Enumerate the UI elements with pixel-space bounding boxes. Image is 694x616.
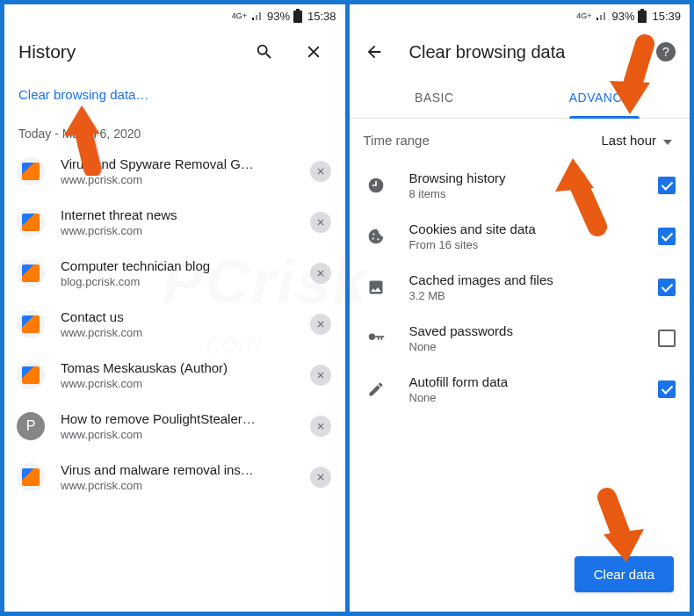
status-bar: 4G+ 93% 15:39 bbox=[350, 4, 690, 27]
clear-option-subtitle: From 16 sites bbox=[409, 238, 638, 251]
remove-history-item-icon[interactable] bbox=[310, 263, 331, 284]
page-title: History bbox=[18, 41, 233, 62]
history-item-title: Tomas Meskauskas (Author) bbox=[61, 360, 294, 375]
history-item[interactable]: Contact uswww.pcrisk.com bbox=[4, 299, 345, 350]
pen-icon bbox=[364, 380, 388, 398]
clear-data-button[interactable]: Clear data bbox=[575, 556, 674, 592]
site-favicon bbox=[17, 463, 45, 491]
clear-option-subtitle: None bbox=[409, 340, 638, 353]
history-header: History bbox=[4, 27, 345, 76]
history-item-title: Virus and Spyware Removal G… bbox=[61, 156, 294, 171]
battery-percent: 93% bbox=[611, 10, 634, 23]
history-item-url: www.pcrisk.com bbox=[61, 326, 294, 339]
search-icon[interactable] bbox=[247, 34, 282, 69]
close-icon[interactable] bbox=[296, 34, 331, 69]
status-bar: 4G+ 93% 15:38 bbox=[4, 4, 345, 27]
remove-history-item-icon[interactable] bbox=[310, 416, 331, 437]
clear-option[interactable]: Autofill form dataNone bbox=[350, 364, 690, 415]
history-item-title: Virus and malware removal ins… bbox=[61, 462, 294, 477]
clear-option-subtitle: 8 items bbox=[409, 187, 638, 200]
checkbox[interactable] bbox=[658, 279, 676, 296]
clear-browsing-data-screen: 4G+ 93% 15:39 Clear browsing data ? BASI… bbox=[350, 4, 690, 612]
svg-point-1 bbox=[372, 237, 373, 239]
remove-history-item-icon[interactable] bbox=[310, 161, 331, 182]
clear-option-title: Saved passwords bbox=[409, 323, 638, 338]
remove-history-item-icon[interactable] bbox=[310, 365, 331, 386]
clear-options-list: Browsing history8 itemsCookies and site … bbox=[350, 160, 690, 415]
signal-icon bbox=[596, 11, 608, 21]
checkbox[interactable] bbox=[658, 380, 676, 398]
chevron-down-icon bbox=[663, 133, 672, 148]
tab-advanced[interactable]: ADVANCED bbox=[519, 76, 690, 118]
svg-point-2 bbox=[377, 238, 379, 240]
clear-browsing-data-link[interactable]: Clear browsing data… bbox=[4, 76, 345, 112]
page-title: Clear browsing data bbox=[409, 42, 640, 62]
history-screen: 4G+ 93% 15:38 History Clear browsing dat… bbox=[4, 4, 345, 612]
history-item-url: www.pcrisk.com bbox=[61, 428, 294, 441]
site-favicon: P bbox=[17, 412, 45, 440]
network-indicator: 4G+ bbox=[232, 11, 247, 20]
clear-option-title: Cookies and site data bbox=[409, 221, 638, 236]
clear-option-subtitle: 3.2 MB bbox=[409, 289, 638, 302]
history-list: Virus and Spyware Removal G…www.pcrisk.c… bbox=[4, 146, 345, 503]
site-favicon bbox=[17, 310, 45, 338]
help-icon[interactable]: ? bbox=[656, 42, 676, 62]
clear-option[interactable]: Saved passwordsNone bbox=[350, 313, 690, 364]
clock-text: 15:38 bbox=[307, 10, 336, 23]
cookie-icon bbox=[364, 228, 388, 245]
clear-option-title: Browsing history bbox=[409, 170, 638, 185]
history-item-url: www.pcrisk.com bbox=[61, 224, 294, 237]
site-favicon bbox=[17, 208, 45, 236]
history-item[interactable]: Computer technician blogblog.pcrisk.com bbox=[4, 248, 345, 299]
time-range-selector[interactable]: Time range Last hour bbox=[350, 119, 690, 160]
battery-icon bbox=[293, 9, 302, 23]
date-header: Today - March 6, 2020 bbox=[4, 112, 345, 146]
checkbox[interactable] bbox=[658, 177, 676, 194]
key-icon bbox=[364, 329, 388, 348]
clear-option[interactable]: Cached images and files3.2 MB bbox=[350, 262, 690, 313]
time-range-label: Time range bbox=[364, 133, 602, 148]
checkbox[interactable] bbox=[658, 330, 676, 347]
signal-icon bbox=[251, 11, 264, 21]
battery-icon bbox=[638, 9, 647, 23]
clear-option[interactable]: Browsing history8 items bbox=[350, 160, 690, 211]
history-item-title: How to remove PoulightStealer… bbox=[61, 411, 294, 426]
back-icon[interactable] bbox=[357, 34, 392, 69]
svg-point-0 bbox=[372, 233, 374, 235]
tabs: BASIC ADVANCED bbox=[350, 76, 690, 119]
clear-option[interactable]: Cookies and site dataFrom 16 sites bbox=[350, 211, 690, 262]
history-item-url: www.pcrisk.com bbox=[61, 377, 294, 390]
site-favicon bbox=[17, 157, 45, 185]
battery-percent: 93% bbox=[267, 10, 290, 23]
clock-icon bbox=[364, 177, 388, 194]
history-item-title: Internet threat news bbox=[61, 207, 294, 222]
history-item[interactable]: Tomas Meskauskas (Author)www.pcrisk.com bbox=[4, 350, 345, 401]
image-icon bbox=[364, 279, 388, 296]
history-item[interactable]: Virus and malware removal ins…www.pcrisk… bbox=[4, 452, 345, 503]
network-indicator: 4G+ bbox=[576, 11, 591, 20]
history-item-title: Contact us bbox=[61, 309, 294, 324]
history-item-title: Computer technician blog bbox=[61, 258, 294, 273]
clear-option-subtitle: None bbox=[409, 391, 638, 404]
tab-basic[interactable]: BASIC bbox=[350, 76, 520, 118]
clock-text: 15:39 bbox=[652, 10, 681, 23]
clear-data-header: Clear browsing data ? bbox=[350, 27, 690, 76]
remove-history-item-icon[interactable] bbox=[310, 314, 331, 335]
history-item-url: www.pcrisk.com bbox=[61, 479, 294, 492]
site-favicon bbox=[17, 361, 45, 389]
time-range-value: Last hour bbox=[601, 133, 656, 148]
history-item[interactable]: PHow to remove PoulightStealer…www.pcris… bbox=[4, 401, 345, 452]
history-item[interactable]: Internet threat newswww.pcrisk.com bbox=[4, 197, 345, 248]
clear-option-title: Cached images and files bbox=[409, 272, 638, 287]
history-item-url: blog.pcrisk.com bbox=[61, 275, 294, 288]
checkbox[interactable] bbox=[658, 228, 676, 245]
history-item-url: www.pcrisk.com bbox=[61, 173, 294, 186]
clear-option-title: Autofill form data bbox=[409, 374, 638, 389]
history-item[interactable]: Virus and Spyware Removal G…www.pcrisk.c… bbox=[4, 146, 345, 197]
site-favicon bbox=[17, 259, 45, 287]
remove-history-item-icon[interactable] bbox=[310, 212, 331, 233]
remove-history-item-icon[interactable] bbox=[310, 467, 331, 488]
